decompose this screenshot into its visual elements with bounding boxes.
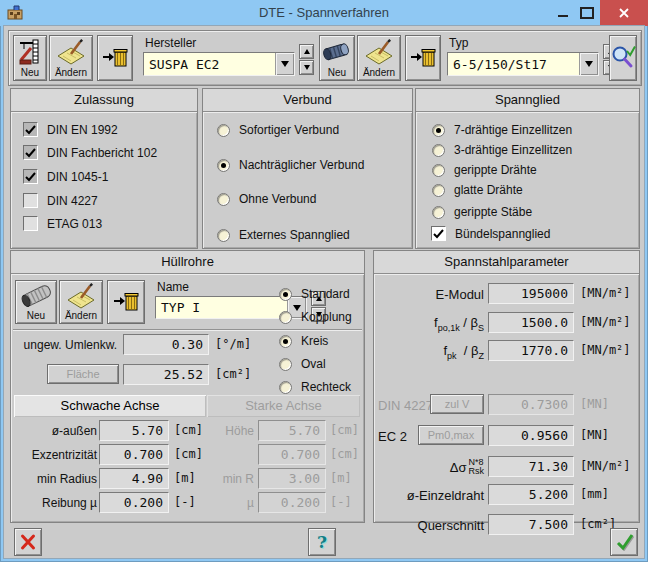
- checkbox-label: ETAG 013: [47, 217, 102, 231]
- umlenk-field[interactable]: 0.30: [123, 334, 209, 355]
- mat-pencil-icon: [364, 36, 394, 67]
- typ-combo[interactable]: 6-5/150/St17: [447, 52, 599, 76]
- checkbox-din-en-1992[interactable]: DIN EN 1992: [23, 122, 118, 137]
- fpk-field[interactable]: 1770.0: [488, 340, 574, 361]
- spannstahl-group: Spannstahlparameter E-Modul 195000 [MN/m…: [373, 250, 640, 523]
- checkbox-box: [23, 122, 38, 137]
- hersteller-combo[interactable]: SUSPA EC2: [143, 52, 295, 76]
- minimize-button[interactable]: [552, 0, 574, 26]
- checkbox-din-4227[interactable]: DIN 4227: [23, 193, 98, 208]
- dropdown-button[interactable]: [579, 53, 598, 75]
- radio-gerippte-staebe[interactable]: gerippte Stäbe: [432, 205, 532, 219]
- maximize-button[interactable]: [576, 0, 598, 26]
- cancel-button[interactable]: [14, 528, 42, 556]
- strong-row-unit: [-]: [330, 495, 352, 509]
- radio-label: 7-drähtige Einzellitzen: [454, 123, 572, 137]
- radio-circle: [217, 159, 230, 172]
- radio-externes-spannglied[interactable]: Externes Spannglied: [217, 228, 350, 242]
- radio-gerippte-draehte[interactable]: gerippte Drähte: [432, 163, 537, 177]
- strong-row-field: 0.200: [258, 492, 326, 513]
- fpk-label: fpk / βZ: [376, 343, 484, 361]
- pm0max-button[interactable]: Pm0,max: [418, 425, 484, 445]
- group-title: Spannstahlparameter: [374, 251, 639, 274]
- weak-row-field[interactable]: 0.700: [99, 444, 169, 465]
- radio-3-draehtige-einzellitzen[interactable]: 3-drähtige Einzellitzen: [432, 143, 572, 157]
- weak-row-label: ø-außen: [13, 424, 97, 438]
- spin-down-button[interactable]: [299, 60, 314, 75]
- radio-circle: [432, 206, 445, 219]
- checkbox-box: [431, 226, 446, 241]
- mat-pencil-icon: [66, 281, 96, 310]
- huellrohr-delete-button[interactable]: [107, 280, 145, 324]
- dsigma-label: Δσ N*8Rsk: [376, 458, 484, 476]
- radio-label: Rechteck: [301, 380, 351, 394]
- fpk-unit: [MN/m²]: [580, 343, 631, 357]
- button-label: Ändern: [55, 67, 87, 79]
- hersteller-neu-button[interactable]: Neu: [13, 35, 47, 81]
- radio-kopplung[interactable]: Kopplung: [279, 310, 352, 324]
- group-title: Zulassung: [11, 89, 197, 112]
- hersteller-delete-button[interactable]: [97, 35, 133, 81]
- typ-label: Typ: [449, 36, 468, 50]
- zul-v-button[interactable]: zul V: [430, 394, 484, 414]
- radio-rechteck[interactable]: Rechteck: [279, 380, 351, 394]
- radio-sofortiger-verbund[interactable]: Sofortiger Verbund: [217, 123, 339, 137]
- radio-7-draehtige-einzellitzen[interactable]: 7-drähtige Einzellitzen: [432, 123, 572, 137]
- checkbox-etag-013[interactable]: ETAG 013: [23, 216, 102, 231]
- triangle-down-icon: [304, 65, 310, 70]
- radio-circle: [279, 381, 292, 394]
- hersteller-aendern-button[interactable]: Ändern: [49, 35, 93, 81]
- flaeche-field[interactable]: 25.52: [123, 364, 209, 385]
- querschnitt-label: Querschnitt: [376, 518, 484, 533]
- checkbox-din-fachbericht-102[interactable]: DIN Fachbericht 102: [23, 145, 157, 160]
- strong-row-label: µ: [169, 496, 254, 510]
- huellrohr-aendern-button[interactable]: Ändern: [59, 280, 103, 324]
- fpo-label: fpo,1k / βS: [376, 315, 484, 333]
- dsigma-field[interactable]: 71.30: [488, 456, 574, 477]
- radio-kreis[interactable]: Kreis: [279, 334, 328, 348]
- typ-aendern-button[interactable]: Ändern: [357, 35, 401, 81]
- checkbox-label: DIN 1045-1: [47, 170, 108, 184]
- weak-row-field[interactable]: 0.200: [99, 492, 169, 513]
- radio-glatte-draehte[interactable]: glatte Drähte: [432, 183, 523, 197]
- ok-button[interactable]: [610, 528, 638, 556]
- radio-standard[interactable]: Standard: [279, 287, 350, 301]
- tab-starke-achse[interactable]: Starke Achse: [207, 395, 360, 417]
- huellrohr-neu-button[interactable]: Neu: [15, 280, 57, 324]
- emodul-field[interactable]: 195000: [488, 283, 574, 304]
- checkbox-label: DIN EN 1992: [47, 123, 118, 137]
- trash-icon: [113, 281, 139, 322]
- spin-up-button[interactable]: [299, 44, 314, 59]
- ec2-unit: [MN]: [580, 428, 609, 442]
- draht-field[interactable]: 5.200: [488, 484, 574, 505]
- fpo-field[interactable]: 1500.0: [488, 312, 574, 333]
- umlenk-label: ungew. Umlenkw.: [17, 338, 117, 352]
- radio-ohne-verbund[interactable]: Ohne Verbund: [217, 192, 316, 206]
- checkbox-buendelspannglied[interactable]: Bündelspannglied: [431, 226, 550, 241]
- window-title: DTE - Spannverfahren: [0, 0, 648, 26]
- combo-value: SUSPA EC2: [144, 57, 275, 72]
- radio-circle: [217, 193, 230, 206]
- typ-delete-button[interactable]: [405, 35, 441, 81]
- dte-spannverfahren-window: { "window": { "title": "DTE - Spannverfa…: [0, 0, 648, 562]
- typ-neu-button[interactable]: Neu: [319, 35, 355, 81]
- dropdown-button[interactable]: [275, 53, 294, 75]
- flaeche-button[interactable]: Fläche: [47, 364, 119, 384]
- ec2-field[interactable]: 0.9560: [488, 425, 574, 446]
- titlebar: DTE - Spannverfahren: [0, 0, 648, 26]
- strong-row-field: 0.700: [258, 444, 326, 465]
- fpo-unit: [MN/m²]: [580, 315, 631, 329]
- radio-oval[interactable]: Oval: [279, 357, 326, 371]
- radio-label: glatte Drähte: [454, 183, 523, 197]
- help-button[interactable]: ?: [308, 528, 336, 556]
- search-button[interactable]: [609, 35, 637, 81]
- checkbox-label: DIN Fachbericht 102: [47, 146, 157, 160]
- querschnitt-field[interactable]: 7.500: [488, 514, 574, 535]
- din4227-field: 0.7300: [488, 394, 574, 415]
- weak-row-field[interactable]: 5.70: [99, 420, 169, 441]
- radio-nachtraeglicher-verbund[interactable]: Nachträglicher Verbund: [217, 158, 364, 172]
- weak-row-field[interactable]: 4.90: [99, 468, 169, 489]
- tab-schwache-achse[interactable]: Schwache Achse: [14, 395, 206, 417]
- checkbox-din-1045-1[interactable]: DIN 1045-1: [23, 169, 108, 184]
- close-button[interactable]: [600, 0, 648, 26]
